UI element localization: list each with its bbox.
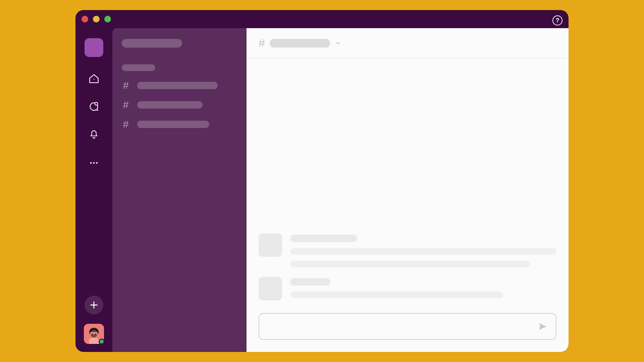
app-body: # # # # (75, 28, 569, 352)
nav-activity[interactable] (87, 128, 101, 141)
channel-header: # (247, 28, 569, 58)
message-author-placeholder (290, 278, 330, 286)
svg-point-10 (92, 333, 93, 334)
message-composer[interactable] (259, 313, 556, 340)
create-new-button[interactable] (85, 296, 103, 314)
svg-point-11 (95, 333, 96, 334)
message-text-placeholder (290, 261, 530, 267)
channel-name-placeholder (137, 121, 209, 128)
svg-point-3 (93, 162, 95, 164)
svg-rect-9 (90, 332, 98, 334)
minimize-window-button[interactable] (93, 16, 100, 22)
svg-point-0 (94, 79, 95, 80)
maximize-window-button[interactable] (104, 16, 111, 22)
activity-icon (89, 129, 99, 140)
channel-name-placeholder (137, 101, 203, 109)
plus-icon (89, 300, 99, 310)
nav-rail (75, 28, 112, 352)
svg-point-1 (95, 102, 98, 105)
workspace-switcher[interactable] (85, 38, 103, 57)
titlebar: ? (75, 10, 569, 28)
message-text-placeholder (290, 248, 556, 255)
message-input[interactable] (267, 323, 538, 330)
message-item (259, 233, 556, 267)
message-body (290, 277, 556, 300)
channels-section-label-placeholder[interactable] (122, 64, 155, 71)
app-window: ? (75, 10, 569, 352)
help-button[interactable]: ? (552, 15, 562, 25)
rail-bottom (75, 296, 112, 344)
message-item (259, 277, 556, 300)
traffic-lights (82, 16, 111, 22)
channel-item[interactable]: # (122, 99, 237, 111)
chevron-down-icon (335, 40, 341, 47)
svg-point-4 (96, 162, 98, 164)
dm-icon (88, 101, 100, 112)
message-list (247, 58, 569, 310)
send-button[interactable] (538, 321, 548, 331)
status-online-indicator (99, 339, 105, 345)
content-wrap: # # # # (112, 28, 569, 352)
hash-icon: # (122, 119, 130, 130)
message-avatar-placeholder (259, 233, 282, 257)
svg-point-2 (90, 162, 92, 164)
main-panel: # (247, 28, 569, 352)
help-icon: ? (556, 17, 559, 24)
hash-icon: # (122, 99, 130, 111)
channel-name-placeholder (137, 82, 218, 89)
send-icon (538, 321, 548, 331)
nav-home[interactable] (87, 72, 101, 85)
channel-sidebar: # # # (112, 28, 247, 352)
more-icon (89, 158, 99, 168)
message-text-placeholder (290, 292, 503, 298)
channel-title-placeholder[interactable] (270, 39, 330, 48)
nav-dms[interactable] (87, 100, 101, 113)
nav-more[interactable] (87, 156, 101, 170)
hash-icon: # (122, 80, 130, 91)
hash-icon: # (259, 37, 265, 50)
user-menu[interactable] (84, 324, 104, 344)
channel-item[interactable]: # (122, 119, 237, 130)
message-body (290, 233, 556, 267)
close-window-button[interactable] (82, 16, 88, 22)
channel-menu-button[interactable] (335, 40, 341, 47)
message-author-placeholder (290, 235, 357, 242)
message-avatar-placeholder (259, 277, 282, 300)
workspace-name-placeholder[interactable] (122, 39, 182, 48)
channel-item[interactable]: # (122, 80, 237, 91)
home-icon (88, 73, 100, 84)
